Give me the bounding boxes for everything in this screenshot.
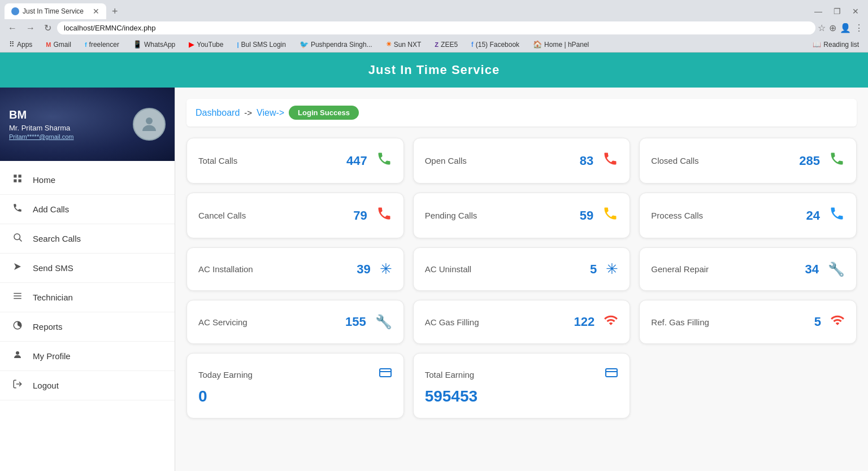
- card-label: Process Calls: [651, 211, 799, 220]
- sidebar-profile: BM Mr. Pritam Sharma Pritam*****@gmail.c…: [0, 88, 175, 161]
- bookmark-hpanel[interactable]: 🏠 Home | hPanel: [528, 39, 593, 50]
- user-avatar-icon: [139, 114, 159, 134]
- breadcrumb-view[interactable]: View->: [257, 108, 284, 118]
- browser-tab[interactable]: Just In Time Service ✕: [5, 3, 106, 19]
- bookmark-zee5[interactable]: Z ZEE5: [430, 40, 462, 50]
- sidebar-item-label: Reports: [33, 322, 63, 332]
- phone-yellow-icon: [602, 206, 618, 225]
- list-icon: [11, 291, 24, 304]
- bookmark-facebook[interactable]: f (15) Facebook: [467, 39, 524, 50]
- browser-toolbar-actions: ☆ ⊕ 👤 ⋮: [818, 23, 863, 33]
- main-content: Dashboard -> View-> Login Success Total …: [175, 88, 868, 471]
- svg-marker-8: [14, 263, 21, 270]
- bookmark-youtube[interactable]: ▶ YouTube: [184, 39, 228, 50]
- menu-button[interactable]: ⋮: [854, 23, 863, 33]
- sidebar-profile-info: BM Mr. Pritam Sharma Pritam*****@gmail.c…: [9, 108, 73, 140]
- close-button[interactable]: ✕: [848, 6, 863, 17]
- snowflake-blue2-icon: ✳: [606, 260, 618, 278]
- profile-button[interactable]: 👤: [840, 23, 851, 33]
- minimize-button[interactable]: —: [810, 6, 827, 17]
- bookmark-sunnxt[interactable]: ☀ Sun NXT: [381, 40, 426, 50]
- money-blue-icon: [379, 366, 392, 383]
- sidebar-initials: BM: [9, 108, 73, 121]
- sidebar-item-my-profile[interactable]: My Profile: [0, 342, 175, 371]
- card-ref-gas-filling[interactable]: Ref. Gas Filling 5: [639, 300, 857, 344]
- new-tab-button[interactable]: +: [108, 6, 121, 18]
- back-button[interactable]: ←: [5, 22, 20, 34]
- sidebar-item-label: My Profile: [33, 351, 71, 361]
- card-label: Total Earning: [425, 370, 605, 380]
- phone-red2-icon: [376, 206, 392, 225]
- bookmark-pushpendra[interactable]: 🐦 Pushpendra Singh...: [295, 39, 377, 50]
- card-label: Closed Calls: [651, 156, 792, 165]
- svg-point-0: [12, 8, 18, 14]
- card-ac-servicing[interactable]: AC Servicing 155 🔧: [186, 300, 404, 344]
- card-label: Today Earning: [198, 370, 379, 380]
- card-label: AC Gas Filling: [425, 317, 567, 327]
- window-controls: — ❐ ✕: [810, 6, 863, 17]
- extension-button[interactable]: ⊕: [829, 23, 836, 33]
- card-open-calls[interactable]: Open Calls 83: [413, 138, 631, 184]
- card-label: AC Uninstall: [425, 264, 583, 274]
- phone-blue-icon: [829, 206, 845, 225]
- send-sms-icon: [11, 261, 24, 274]
- card-general-repair[interactable]: General Repair 34 🔧: [639, 247, 857, 291]
- card-ac-installation[interactable]: AC Installation 39 ✳: [186, 247, 404, 291]
- card-total-calls[interactable]: Total Calls 447: [186, 138, 404, 184]
- sidebar-item-technician[interactable]: Technician: [0, 283, 175, 312]
- tab-close-button[interactable]: ✕: [93, 7, 99, 16]
- tab-title: Just In Time Service: [23, 7, 84, 15]
- card-cancel-calls[interactable]: Cancel Calls 79: [186, 193, 404, 238]
- dashboard-grid: Total Calls 447 Open Calls 83 Closed Cal…: [186, 138, 857, 418]
- card-ac-gas-filling[interactable]: AC Gas Filling 122: [413, 300, 631, 344]
- profile-icon: [11, 350, 24, 363]
- sidebar-item-home[interactable]: Home: [0, 165, 175, 195]
- card-value: 447: [346, 154, 367, 168]
- app-title: Just In Time Service: [368, 63, 500, 77]
- bookmark-whatsapp[interactable]: 📱 WhatsApp: [128, 39, 180, 50]
- star-button[interactable]: ☆: [818, 23, 826, 33]
- sidebar-item-logout[interactable]: Logout: [0, 371, 175, 400]
- card-value: 83: [580, 154, 593, 168]
- sidebar-item-label: Technician: [33, 293, 73, 302]
- card-ac-uninstall[interactable]: AC Uninstall 5 ✳: [413, 247, 631, 291]
- svg-point-6: [14, 234, 20, 240]
- reports-icon: [11, 320, 24, 333]
- bookmark-apps[interactable]: ⠿ Apps: [5, 39, 37, 50]
- bookmarks-bar: ⠿ Apps M Gmail f freelencer 📱 WhatsApp ▶…: [0, 37, 868, 53]
- phone-green2-icon: [829, 151, 845, 171]
- svg-rect-11: [14, 298, 21, 299]
- forward-button[interactable]: →: [23, 22, 38, 34]
- bookmark-bulsms[interactable]: | Bul SMS Login: [232, 40, 290, 50]
- card-total-earning[interactable]: Total Earning 595453: [413, 353, 631, 418]
- breadcrumb-dashboard[interactable]: Dashboard: [196, 108, 240, 118]
- sidebar-item-add-calls[interactable]: Add Calls: [0, 195, 175, 224]
- card-label: Cancel Calls: [198, 211, 346, 220]
- bookmark-freelancer[interactable]: f freelencer: [80, 40, 124, 50]
- sidebar-item-send-sms[interactable]: Send SMS: [0, 254, 175, 283]
- card-pending-calls[interactable]: Pending Calls 59: [413, 193, 631, 238]
- card-value: 34: [805, 262, 819, 277]
- card-today-earning[interactable]: Today Earning 0: [186, 353, 404, 418]
- svg-point-1: [146, 117, 153, 124]
- card-value: 5: [814, 315, 821, 329]
- card-process-calls[interactable]: Process Calls 24: [639, 193, 857, 238]
- card-label: Ref. Gas Filling: [651, 317, 807, 327]
- reading-list-button[interactable]: 📖 Reading list: [808, 40, 863, 50]
- svg-rect-17: [606, 369, 617, 377]
- sidebar-item-search-calls[interactable]: Search Calls: [0, 224, 175, 254]
- money-blue2-icon: [605, 366, 618, 383]
- card-label: AC Installation: [198, 264, 350, 274]
- sidebar-item-label: Home: [33, 175, 55, 185]
- sidebar-item-reports[interactable]: Reports: [0, 312, 175, 342]
- reload-button[interactable]: ↻: [41, 21, 55, 34]
- svg-rect-9: [14, 293, 21, 294]
- card-closed-calls[interactable]: Closed Calls 285: [639, 138, 857, 184]
- maximize-button[interactable]: ❐: [829, 6, 845, 17]
- wifi-red2-icon: [830, 313, 845, 331]
- sidebar-item-label: Logout: [33, 381, 59, 390]
- login-success-badge: Login Success: [289, 106, 359, 120]
- bookmark-gmail[interactable]: M Gmail: [41, 40, 76, 50]
- card-value: 122: [574, 315, 595, 329]
- address-bar[interactable]: localhost/ERMNC/index.php: [57, 21, 815, 34]
